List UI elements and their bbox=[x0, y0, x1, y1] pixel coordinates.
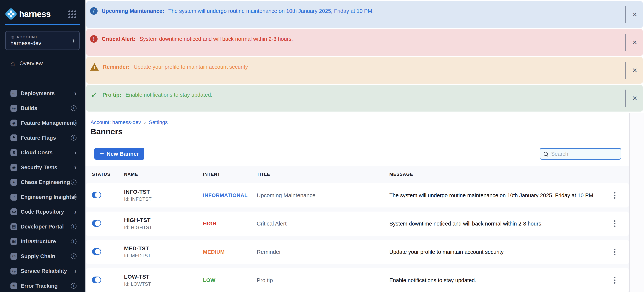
banner-intent: MEDIUM bbox=[203, 249, 257, 255]
sidebar-item[interactable]: ✦ Chaos Engineering › i bbox=[0, 175, 86, 190]
info-icon[interactable]: i bbox=[71, 179, 76, 185]
harness-logo-icon bbox=[4, 7, 18, 21]
sidebar-item[interactable]: $ Cloud Costs › i bbox=[0, 145, 86, 160]
status-toggle[interactable] bbox=[92, 277, 101, 283]
banner-id: Id: MEDTST bbox=[124, 253, 203, 259]
banner-content: ! Reminder: Update your profile to maint… bbox=[90, 62, 248, 72]
info-icon[interactable]: i bbox=[71, 224, 76, 229]
warning-triangle-icon: ! bbox=[90, 63, 99, 71]
info-icon[interactable]: i bbox=[74, 194, 76, 200]
info-circle-icon: i bbox=[90, 7, 98, 15]
banner-content: ✓ Pro tip: Enable notifications to stay … bbox=[90, 90, 212, 100]
banner-content: ! Critical Alert: System downtime notice… bbox=[90, 34, 293, 44]
sidebar-item-label: Feature Management bbox=[21, 120, 75, 126]
overview-label: Overview bbox=[20, 60, 43, 66]
close-icon[interactable]: ✕ bbox=[631, 66, 639, 75]
info-icon[interactable]: i bbox=[71, 239, 76, 244]
banner-title: Pro tip: bbox=[102, 92, 122, 98]
breadcrumb-settings-link[interactable]: Settings bbox=[149, 119, 168, 125]
sidebar-nav: ∞ Deployments › i ◎ Builds › i ◈ Feature… bbox=[0, 86, 86, 292]
table-row: MED-TST Id: MEDTST MEDIUM Reminder Updat… bbox=[86, 240, 629, 264]
sidebar-item-label: Supply Chain bbox=[21, 253, 71, 259]
account-name: harness-dev bbox=[10, 40, 41, 46]
sidebar-item[interactable]: ◈ Feature Management › i bbox=[0, 116, 86, 131]
sidebar-item[interactable]: ◔ Engineering Insights › i bbox=[0, 190, 86, 205]
breadcrumb-account-link[interactable]: Account: harness-dev bbox=[90, 119, 141, 125]
sidebar-item-label: Chaos Engineering bbox=[21, 179, 71, 185]
toggle-knob bbox=[95, 220, 100, 226]
sidebar-item[interactable]: ⚙ Supply Chain › i bbox=[0, 249, 86, 264]
search-icon bbox=[544, 152, 548, 156]
harness-logo[interactable]: harness bbox=[6, 9, 50, 19]
close-icon[interactable]: ✕ bbox=[631, 94, 639, 103]
plus-icon: + bbox=[100, 150, 104, 157]
sidebar-item[interactable]: ◉ Security Tests › i bbox=[0, 160, 86, 175]
banner-row-message: The system will undergo routine maintena… bbox=[389, 192, 601, 198]
banner-name: LOW-TST bbox=[124, 274, 203, 280]
sidebar-item-label: Engineering Insights bbox=[21, 194, 74, 200]
column-header-message: MESSAGE bbox=[389, 172, 601, 177]
chevron-right-icon: › bbox=[74, 209, 76, 215]
sidebar-item-label: Feature Flags bbox=[21, 135, 71, 141]
table-row: LOW-TST Id: LOWTST LOW Pro tip Enable no… bbox=[86, 268, 629, 292]
page-title: Banners bbox=[90, 127, 122, 136]
main-content: i Upcoming Maintenance: The system will … bbox=[86, 0, 644, 292]
notification-banner: ! Critical Alert: System downtime notice… bbox=[86, 29, 643, 56]
sidebar-item[interactable]: ⚑ Feature Flags › i bbox=[0, 131, 86, 146]
info-icon[interactable]: i bbox=[71, 135, 76, 141]
table-row: INFO-TST Id: INFOTST INFORMATIONAL Upcom… bbox=[86, 183, 629, 207]
sidebar-item[interactable]: ▤ Developer Portal › i bbox=[0, 219, 86, 234]
sidebar-item[interactable]: ◷ Service Reliability › i bbox=[0, 264, 86, 279]
banner-row-title: Reminder bbox=[257, 249, 389, 255]
sidebar-item[interactable]: <> Code Repository › i bbox=[0, 204, 86, 219]
banner-row-message: Enable notifications to stay updated. bbox=[389, 277, 601, 284]
kebab-menu-icon[interactable] bbox=[612, 275, 617, 286]
toggle-knob bbox=[95, 277, 100, 283]
status-toggle[interactable] bbox=[92, 192, 101, 198]
alert-circle-icon: ! bbox=[90, 35, 98, 43]
sidebar-item-label: Deployments bbox=[21, 90, 74, 97]
new-banner-button[interactable]: + New Banner bbox=[94, 148, 144, 159]
sidebar-item[interactable]: ⊚ Error Tracking › i bbox=[0, 279, 86, 292]
right-gutter bbox=[629, 113, 644, 292]
kebab-menu-icon[interactable] bbox=[612, 247, 617, 257]
banner-title: Critical Alert: bbox=[102, 36, 136, 42]
table-row: HIGH-TST Id: HIGHTST HIGH Critical Alert… bbox=[86, 212, 629, 236]
deployments-icon: ∞ bbox=[10, 90, 17, 97]
engineering-insights-icon: ◔ bbox=[10, 194, 17, 201]
chevron-right-icon: › bbox=[74, 268, 76, 275]
close-icon[interactable]: ✕ bbox=[631, 38, 639, 47]
info-icon[interactable]: i bbox=[75, 120, 76, 126]
sidebar-item[interactable]: ▦ Infrastructure › i bbox=[0, 234, 86, 249]
chevron-right-icon: › bbox=[72, 36, 75, 45]
sidebar-item-overview[interactable]: ⌂ Overview bbox=[10, 60, 43, 67]
banner-row-title: Pro tip bbox=[257, 277, 389, 284]
search-input[interactable] bbox=[551, 151, 617, 157]
banner-close-divider bbox=[625, 6, 626, 23]
status-toggle[interactable] bbox=[92, 248, 101, 255]
info-icon[interactable]: i bbox=[71, 283, 76, 289]
status-toggle[interactable] bbox=[92, 220, 101, 227]
banner-name: INFO-TST bbox=[124, 189, 203, 195]
info-icon[interactable]: i bbox=[71, 105, 76, 111]
check-icon: ✓ bbox=[90, 91, 98, 99]
sidebar-item[interactable]: ∞ Deployments › i bbox=[0, 86, 86, 101]
builds-icon: ◎ bbox=[10, 105, 17, 112]
banners-table: STATUS NAME INTENT TITLE MESSAGE INFO-TS… bbox=[86, 166, 629, 292]
sidebar-item[interactable]: ◎ Builds › i bbox=[0, 101, 86, 116]
close-icon[interactable]: ✕ bbox=[631, 10, 639, 19]
module-grid-icon[interactable] bbox=[68, 10, 76, 18]
banner-name: HIGH-TST bbox=[124, 217, 203, 223]
sidebar-item-label: Developer Portal bbox=[21, 224, 71, 230]
feature-flags-icon: ⚑ bbox=[10, 135, 17, 141]
banner-id: Id: HIGHTST bbox=[124, 225, 203, 230]
code-repository-icon: <> bbox=[10, 208, 17, 215]
sidebar-item-label: Infrastructure bbox=[21, 238, 71, 245]
sidebar-item-label: Service Reliability bbox=[21, 268, 74, 274]
kebab-menu-icon[interactable] bbox=[612, 218, 617, 229]
info-icon[interactable]: i bbox=[71, 254, 76, 259]
column-header-status: STATUS bbox=[92, 172, 124, 177]
kebab-menu-icon[interactable] bbox=[612, 190, 617, 201]
notification-banner: ! Reminder: Update your profile to maint… bbox=[86, 57, 643, 84]
account-selector[interactable]: ≋ ACCOUNT harness-dev › bbox=[5, 31, 80, 50]
